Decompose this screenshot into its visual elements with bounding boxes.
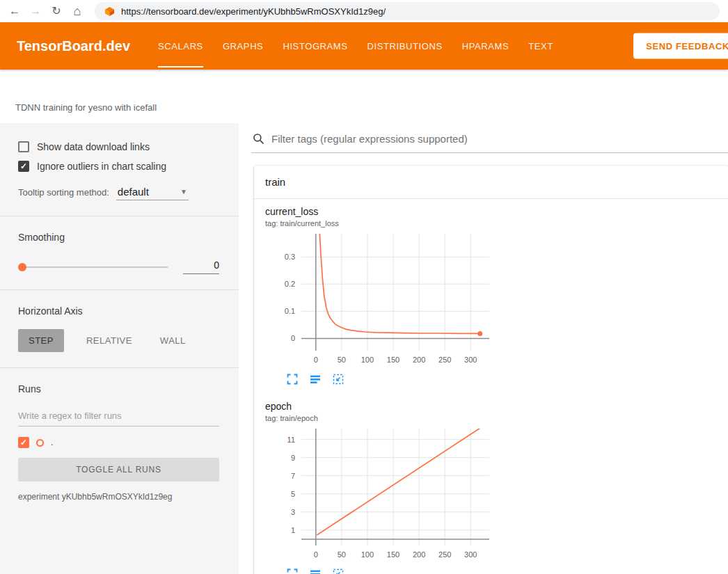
- svg-text:0: 0: [314, 550, 318, 559]
- tag-group-title: train: [265, 176, 285, 188]
- tab-hparams[interactable]: HPARAMS: [462, 22, 509, 70]
- run-name: .: [51, 438, 53, 447]
- slider-thumb[interactable]: [18, 263, 26, 271]
- screen: ← → ↻ ⌂ https://tensorboard.dev/experime…: [0, 0, 728, 574]
- svg-text:5: 5: [291, 490, 295, 498]
- svg-text:0.2: 0.2: [285, 280, 295, 288]
- chart-canvas-epoch[interactable]: 1357911050100150200250300: [262, 424, 495, 565]
- tab-distributions[interactable]: DISTRIBUTIONS: [367, 22, 443, 70]
- checkbox-label: Show data download links: [37, 141, 150, 152]
- experiment-header: TDNN training for yesno with icefall: [0, 70, 728, 123]
- axis-wall-button[interactable]: WALL: [155, 329, 191, 352]
- brand-title: TensorBoard.dev: [17, 38, 130, 54]
- svg-text:0.3: 0.3: [285, 253, 295, 261]
- horizontal-axis-label: Horizontal Axis: [18, 305, 219, 317]
- horizontal-axis-buttons: STEP RELATIVE WALL: [18, 329, 219, 352]
- svg-text:50: 50: [338, 550, 346, 559]
- address-bar[interactable]: https://tensorboard.dev/experiment/yKUbh…: [95, 2, 720, 20]
- svg-text:150: 150: [387, 550, 399, 559]
- svg-text:100: 100: [361, 356, 374, 364]
- expand-chart-icon[interactable]: [286, 373, 299, 385]
- search-icon: [253, 133, 264, 145]
- chart-toolbar: [262, 373, 495, 385]
- fit-domain-icon[interactable]: [332, 568, 345, 574]
- run-overlay-icon[interactable]: [309, 568, 322, 574]
- tooltip-sort-row: Tooltip sorting method: default ▼: [18, 186, 219, 200]
- divider: [0, 289, 239, 290]
- svg-text:200: 200: [413, 550, 425, 559]
- chart-canvas-current_loss[interactable]: 00.10.20.3050100150200250300: [262, 230, 495, 370]
- browser-chrome: ← → ↻ ⌂ https://tensorboard.dev/experime…: [0, 0, 728, 22]
- svg-text:150: 150: [387, 356, 399, 364]
- tab-histograms[interactable]: HISTOGRAMS: [283, 22, 347, 70]
- reload-icon[interactable]: ↻: [50, 6, 63, 17]
- tooltip-sort-value: default: [118, 186, 149, 198]
- axis-relative-button[interactable]: RELATIVE: [81, 329, 138, 352]
- content: ✓ Show data download links ✓ Ignore outl…: [0, 123, 728, 574]
- runs-label: Runs: [18, 383, 219, 394]
- train-card: train current_losstag: train/current_los…: [254, 166, 728, 574]
- run-overlay-icon[interactable]: [309, 373, 322, 385]
- run-color-swatch: [36, 439, 44, 447]
- send-feedback-button[interactable]: SEND FEEDBACK: [633, 33, 728, 59]
- charts-grid: current_losstag: train/current_loss00.10…: [254, 199, 728, 574]
- checkbox-unchecked-icon: ✓: [18, 141, 29, 152]
- home-icon[interactable]: ⌂: [71, 5, 84, 17]
- experiment-title: TDNN training for yesno with icefall: [15, 102, 157, 113]
- sidebar: ✓ Show data download links ✓ Ignore outl…: [0, 123, 239, 574]
- divider: [0, 367, 239, 368]
- fit-domain-icon[interactable]: [332, 373, 345, 385]
- back-icon[interactable]: ←: [8, 6, 21, 17]
- svg-text:250: 250: [438, 356, 451, 364]
- svg-text:300: 300: [464, 550, 477, 559]
- smoothing-slider-row: 0: [18, 260, 219, 274]
- chart-current_loss: current_losstag: train/current_loss00.10…: [262, 202, 495, 385]
- run-checkbox-icon[interactable]: ✓: [18, 437, 29, 448]
- forward-icon[interactable]: →: [29, 6, 42, 17]
- smoothing-slider[interactable]: [18, 266, 168, 268]
- tab-graphs[interactable]: GRAPHS: [223, 22, 264, 70]
- svg-text:3: 3: [291, 508, 295, 516]
- svg-text:1: 1: [291, 526, 295, 534]
- svg-text:11: 11: [287, 436, 295, 444]
- experiment-note: experiment yKUbhb5wRmOSXYkId1z9eg: [18, 492, 219, 502]
- svg-text:9: 9: [291, 454, 295, 462]
- svg-text:100: 100: [361, 550, 374, 559]
- axis-step-button[interactable]: STEP: [18, 329, 64, 352]
- chart-toolbar: [262, 568, 495, 574]
- svg-text:0.1: 0.1: [285, 307, 295, 315]
- runs-filter-input[interactable]: [18, 406, 219, 426]
- svg-text:0: 0: [291, 334, 295, 342]
- toggle-all-runs-button[interactable]: TOGGLE ALL RUNS: [18, 458, 219, 481]
- filter-tags-input[interactable]: [271, 133, 728, 145]
- checkbox-label: Ignore outliers in chart scaling: [37, 161, 166, 172]
- svg-text:0: 0: [314, 356, 318, 364]
- chart-epoch: epochtag: train/epoch1357911050100150200…: [262, 397, 495, 574]
- run-row[interactable]: ✓ .: [18, 437, 219, 448]
- ignore-outliers-checkbox[interactable]: ✓ Ignore outliers in chart scaling: [18, 161, 219, 172]
- tab-text[interactable]: TEXT: [528, 22, 553, 70]
- svg-text:7: 7: [291, 472, 295, 480]
- svg-text:50: 50: [338, 356, 346, 364]
- svg-text:200: 200: [413, 356, 425, 364]
- checkbox-checked-icon: ✓: [18, 161, 29, 172]
- tab-scalars[interactable]: SCALARS: [158, 22, 203, 70]
- tooltip-sort-select[interactable]: default ▼: [116, 186, 189, 200]
- divider: [0, 216, 239, 216]
- tooltip-sort-label: Tooltip sorting method:: [18, 187, 109, 198]
- tag-group-header[interactable]: train: [254, 166, 728, 199]
- show-download-links-checkbox[interactable]: ✓ Show data download links: [18, 141, 219, 152]
- smoothing-value[interactable]: 0: [183, 260, 219, 274]
- expand-chart-icon[interactable]: [286, 568, 299, 574]
- filter-tags-row: [251, 130, 728, 153]
- app-header: TensorBoard.dev SCALARSGRAPHSHISTOGRAMSD…: [0, 22, 728, 70]
- nav-tabs: SCALARSGRAPHSHISTOGRAMSDISTRIBUTIONSHPAR…: [158, 22, 553, 70]
- svg-text:250: 250: [438, 550, 451, 559]
- chart-subtitle: tag: train/current_loss: [262, 219, 495, 228]
- svg-text:300: 300: [464, 356, 477, 364]
- chart-subtitle: tag: train/epoch: [262, 414, 495, 422]
- dropdown-arrow-icon: ▼: [180, 188, 187, 196]
- tensorboard-favicon-icon: [104, 6, 115, 17]
- smoothing-label: Smoothing: [18, 232, 219, 243]
- chart-title: epoch: [262, 401, 495, 412]
